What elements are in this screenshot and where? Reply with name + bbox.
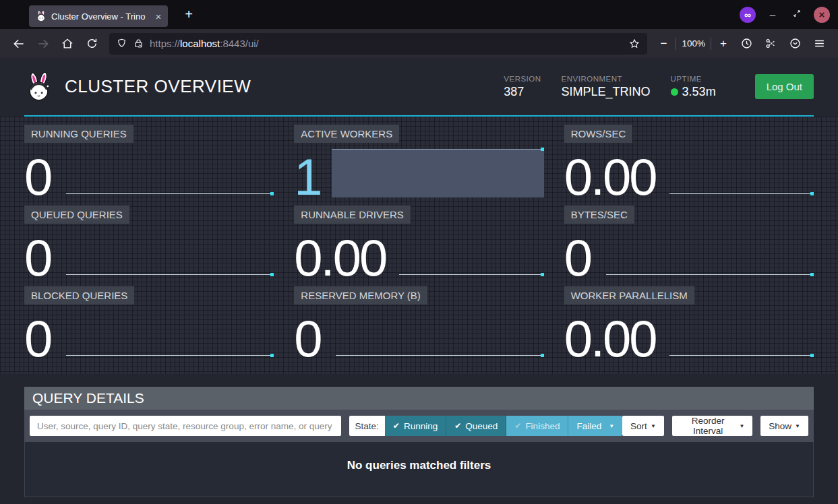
page-title: CLUSTER OVERVIEW (65, 76, 251, 97)
screenshot-scissors-icon[interactable] (760, 34, 781, 54)
environment-value: SIMPLE_TRINO (562, 85, 651, 99)
uptime-label: UPTIME (671, 75, 716, 83)
stat-value: 0.00 (294, 232, 386, 284)
zoom-out-button[interactable]: − (657, 37, 670, 51)
zoom-level[interactable]: 100% (682, 38, 705, 49)
stat-label: WORKER PARALLELISM (564, 286, 694, 305)
active-workers-link[interactable]: 1 (294, 152, 320, 203)
window-restore-button[interactable] (789, 9, 804, 20)
sparkline (336, 355, 541, 356)
stat-value: 0.00 (564, 152, 656, 203)
stat-value: 0 (24, 313, 51, 365)
query-search-input[interactable] (30, 416, 341, 436)
environment-label: ENVIRONMENT (562, 75, 651, 83)
history-clock-icon[interactable] (736, 34, 757, 54)
uptime-block: UPTIME 3.53m (671, 75, 716, 99)
stat-row: QUEUED QUERIES 0 RUNNABLE DRIVERS 0.00 B… (24, 206, 814, 281)
check-icon: ✔ (393, 421, 400, 431)
stat-value: 0 (564, 232, 591, 284)
tab-title: Cluster Overview - Trino (51, 11, 145, 22)
chevron-down-icon: ▼ (795, 423, 800, 429)
tab-close-icon[interactable]: × (155, 11, 161, 22)
lock-warning-icon[interactable] (133, 38, 144, 49)
stat-card-reserved-memory: RESERVED MEMORY (B) 0 (294, 286, 543, 362)
private-browsing-icon: ∞ (740, 7, 756, 23)
url-text: https://localhost:8443/ui/ (150, 38, 623, 49)
cluster-meta: VERSION 387 ENVIRONMENT SIMPLE_TRINO UPT… (504, 74, 814, 99)
query-details-panel: QUERY DETAILS State: ✔ Running ✔ Queued … (24, 387, 814, 497)
stat-label: BYTES/SEC (564, 206, 634, 224)
sparkline-dot (270, 192, 274, 195)
cluster-stats: RUNNING QUERIES 0 ACTIVE WORKERS 1 ROWS/… (0, 117, 838, 374)
browser-window: Cluster Overview - Trino × + ∞ – × (0, 0, 838, 504)
browser-tab-bar: Cluster Overview - Trino × + ∞ – × (0, 0, 838, 29)
show-dropdown[interactable]: Show ▼ (760, 416, 808, 436)
home-button-icon[interactable] (57, 34, 78, 54)
sparkline-dot (270, 354, 274, 357)
filter-finished-button[interactable]: ✔ Finished (506, 416, 568, 436)
zoom-in-button[interactable]: + (717, 37, 730, 51)
filter-running-button[interactable]: ✔ Running (385, 416, 446, 436)
sparkline-dot (810, 354, 814, 357)
state-filter-label: State: (349, 416, 385, 436)
environment-block: ENVIRONMENT SIMPLE_TRINO (562, 75, 651, 99)
filter-failed-dropdown[interactable]: Failed ▼ (568, 416, 622, 436)
stat-label: ACTIVE WORKERS (294, 125, 399, 143)
filter-queued-button[interactable]: ✔ Queued (446, 416, 506, 436)
sparkline-dot (270, 273, 274, 276)
sparkline-area (332, 149, 543, 197)
chevron-down-icon: ▼ (739, 423, 744, 429)
sparkline (669, 355, 812, 356)
check-icon: ✔ (514, 421, 521, 431)
sparkline-dot (810, 192, 814, 195)
stat-label: RUNNABLE DRIVERS (294, 206, 411, 224)
app-header: CLUSTER OVERVIEW VERSION 387 ENVIRONMENT… (24, 58, 814, 117)
trino-favicon-icon (36, 11, 47, 22)
version-value: 387 (504, 85, 541, 99)
trino-page: CLUSTER OVERVIEW VERSION 387 ENVIRONMENT… (0, 58, 838, 504)
sparkline (399, 274, 541, 275)
stat-value: 0 (24, 152, 51, 203)
bookmark-star-icon[interactable] (628, 38, 640, 50)
sparkline (66, 355, 272, 356)
sparkline-dot (541, 148, 544, 151)
pocket-icon[interactable] (784, 34, 806, 54)
trino-logo-icon (24, 71, 54, 102)
url-bar[interactable]: https://localhost:8443/ui/ (109, 33, 647, 55)
query-details-title: QUERY DETAILS (24, 387, 814, 410)
zoom-controls: − 100% + (657, 37, 730, 51)
stat-row: BLOCKED QUERIES 0 RESERVED MEMORY (B) 0 … (24, 286, 814, 362)
state-filter-group: State: ✔ Running ✔ Queued ✔ Finished Fa (349, 416, 623, 436)
stat-value: 0 (294, 313, 320, 365)
stat-card-blocked-queries: BLOCKED QUERIES 0 (24, 286, 274, 362)
sparkline-dot (541, 273, 544, 276)
window-close-button[interactable]: × (814, 7, 830, 23)
sparkline (669, 193, 812, 194)
reorder-interval-dropdown[interactable]: Reorder Interval ▼ (672, 416, 753, 436)
forward-button-icon[interactable] (32, 34, 54, 54)
menu-hamburger-icon[interactable] (808, 34, 830, 54)
query-filter-toolbar: State: ✔ Running ✔ Queued ✔ Finished Fa (24, 410, 814, 442)
browser-tab[interactable]: Cluster Overview - Trino × (29, 5, 168, 27)
stat-row: RUNNING QUERIES 0 ACTIVE WORKERS 1 ROWS/… (24, 125, 814, 200)
stat-value: 0 (24, 232, 51, 284)
version-block: VERSION 387 (504, 75, 541, 99)
chevron-down-icon: ▼ (651, 423, 656, 429)
stat-label: ROWS/SEC (564, 125, 633, 143)
chevron-down-icon: ▼ (609, 423, 614, 429)
logout-button[interactable]: Log Out (755, 74, 814, 99)
stat-card-running-queries: RUNNING QUERIES 0 (24, 125, 274, 200)
new-tab-button[interactable]: + (179, 7, 199, 22)
reload-button-icon[interactable] (81, 34, 102, 54)
stat-card-worker-parallelism: WORKER PARALLELISM 0.00 (564, 286, 814, 362)
sparkline (66, 274, 272, 275)
stat-value: 0.00 (564, 313, 656, 365)
sparkline (606, 274, 812, 275)
stat-label: RUNNING QUERIES (24, 125, 133, 143)
back-button-icon[interactable] (8, 34, 30, 54)
stat-card-bytes-sec: BYTES/SEC 0 (564, 206, 814, 281)
window-minimize-button[interactable]: – (765, 9, 780, 20)
shield-icon[interactable] (116, 38, 127, 49)
sort-dropdown[interactable]: Sort ▼ (622, 416, 664, 436)
sparkline-dot (541, 354, 544, 357)
